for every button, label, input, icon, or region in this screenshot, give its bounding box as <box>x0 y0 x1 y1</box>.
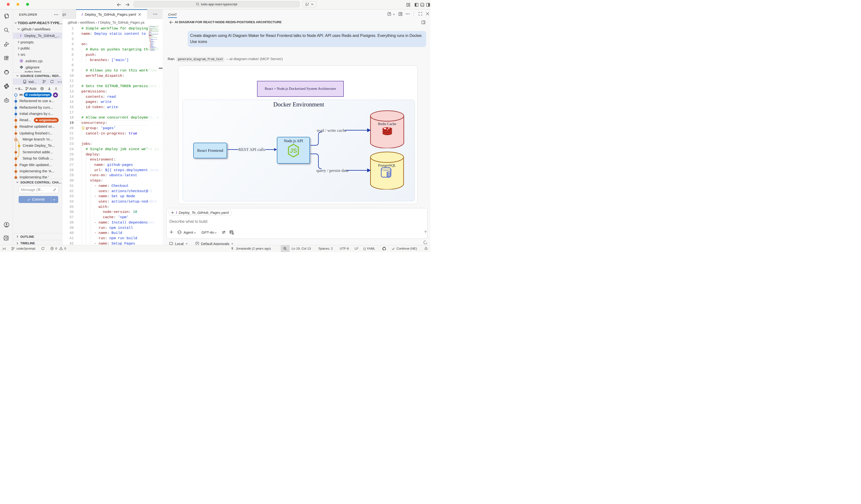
svg-text:read / write cache: read / write cache <box>317 128 347 133</box>
svg-text:query / persist data: query / persist data <box>316 168 348 173</box>
svg-text:REST API calls: REST API calls <box>238 147 265 152</box>
